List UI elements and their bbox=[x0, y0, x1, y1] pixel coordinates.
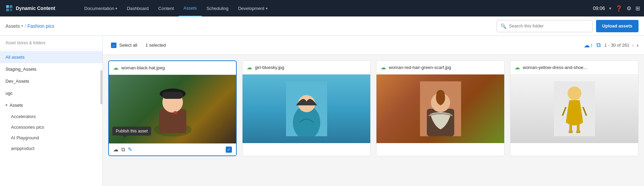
breadcrumb: Assets ▾ / Fashion pics bbox=[5, 23, 54, 29]
copy-icon[interactable]: ⧉ bbox=[596, 42, 601, 49]
content-area: – Select all 1 selected ☁↑ ⧉ 1 - 30 of 2… bbox=[103, 36, 644, 186]
asset-card-footer-3 bbox=[510, 143, 638, 149]
asset-card-0[interactable]: ☁ woman-black-hat.jpeg bbox=[108, 60, 237, 156]
asset-card-footer-2 bbox=[376, 143, 504, 149]
breadcrumb-current[interactable]: Fashion pics bbox=[27, 23, 54, 29]
copy-footer-icon-0[interactable]: ⧉ bbox=[121, 147, 125, 153]
card-checkbox-0[interactable]: ✓ bbox=[226, 147, 232, 153]
sidebar-item-ai-playground[interactable]: AI Playground bbox=[0, 132, 102, 143]
select-all-checkbox: – bbox=[111, 43, 116, 48]
app-title: Dynamic Content bbox=[16, 5, 55, 11]
asset-image-2 bbox=[376, 74, 504, 143]
asset-image-0 bbox=[109, 75, 236, 143]
publish-footer-icon-0[interactable]: ☁ bbox=[113, 146, 119, 153]
dev-label: Dev_Assets bbox=[5, 79, 29, 84]
image-preview-1 bbox=[243, 74, 370, 143]
selected-count: 1 selected bbox=[146, 43, 166, 48]
sidebar-item-all-assets[interactable]: All assets bbox=[0, 51, 102, 63]
asset-card-1[interactable]: ☁ girl-bluesky.jpg bbox=[242, 60, 371, 156]
development-arrow: ▾ bbox=[266, 7, 268, 10]
asset-grid: ☁ woman-black-hat.jpeg bbox=[103, 55, 644, 186]
sidebar-assets-section[interactable]: ▾ Assets bbox=[0, 99, 102, 111]
grid-icon[interactable]: ⊞ bbox=[635, 5, 640, 12]
search-box[interactable]: 🔍 bbox=[497, 20, 593, 32]
cloud-icon-2: ☁ bbox=[381, 64, 386, 71]
sidebar-item-ugc[interactable]: ugc bbox=[0, 87, 102, 99]
sidebar-item-ampproduct[interactable]: ampproduct bbox=[0, 143, 102, 154]
svg-point-9 bbox=[173, 111, 177, 114]
asset-name-0: woman-black-hat.jpeg bbox=[121, 65, 165, 70]
woman-hat-svg bbox=[152, 82, 193, 137]
pagination-prev[interactable]: ‹ bbox=[632, 42, 634, 48]
cloud-icon-1: ☁ bbox=[247, 64, 252, 71]
girl-sky-svg bbox=[286, 81, 327, 136]
upload-assets-button[interactable]: Upload assets bbox=[596, 20, 639, 32]
settings-icon[interactable]: ⚙ bbox=[627, 5, 631, 12]
svg-rect-21 bbox=[576, 130, 580, 133]
documentation-arrow: ▾ bbox=[115, 7, 117, 10]
svg-rect-5 bbox=[159, 109, 186, 133]
nav-development[interactable]: Development ▾ bbox=[233, 0, 272, 16]
asset-name-1: girl-bluesky.jpg bbox=[255, 65, 284, 70]
logo-icon bbox=[5, 4, 13, 12]
nav-items: Documentation ▾ Dashboard Content Assets… bbox=[79, 0, 593, 16]
staging-label: Staging_Assets bbox=[5, 67, 36, 72]
asset-card-header-1: ☁ girl-bluesky.jpg bbox=[243, 61, 370, 74]
image-preview-0 bbox=[109, 75, 236, 143]
nav-scheduling[interactable]: Scheduling bbox=[202, 0, 233, 16]
sidebar-title: Asset stores & folders bbox=[0, 36, 102, 48]
woman-scarf-svg bbox=[420, 81, 461, 136]
nav-documentation[interactable]: Documentation ▾ bbox=[79, 0, 122, 16]
pagination-text: 1 - 30 of 261 bbox=[604, 43, 629, 48]
asset-card-header-3: ☁ woman-yellow-dress-and-shoe... bbox=[510, 61, 638, 74]
help-icon[interactable]: ❓ bbox=[616, 5, 622, 12]
app-logo[interactable]: Dynamic Content bbox=[4, 4, 79, 12]
asset-card-3[interactable]: ☁ woman-yellow-dress-and-shoe... bbox=[510, 60, 639, 156]
sidebar-item-staging[interactable]: Staging_Assets bbox=[0, 63, 102, 75]
asset-name-2: woman-red-hair-green-scarf.jpg bbox=[389, 65, 451, 70]
svg-rect-2 bbox=[6, 9, 9, 11]
breadcrumb-root[interactable]: Assets bbox=[5, 23, 20, 29]
image-preview-2 bbox=[376, 74, 504, 143]
asset-card-footer-0: ☁ ⧉ ✎ ✓ bbox=[109, 143, 236, 155]
sidebar-item-dev[interactable]: Dev_Assets bbox=[0, 75, 102, 87]
pagination-next[interactable]: › bbox=[637, 42, 639, 48]
sidebar-item-accessories[interactable]: Accessories pics bbox=[0, 122, 102, 132]
breadcrumb-separator: / bbox=[25, 23, 26, 29]
asset-card-2[interactable]: ☁ woman-red-hair-green-scarf.jpg bbox=[376, 60, 505, 156]
svg-point-17 bbox=[568, 86, 581, 100]
nav-dashboard[interactable]: Dashboard bbox=[122, 0, 153, 16]
asset-image-1 bbox=[243, 74, 370, 143]
pagination: 1 - 30 of 261 ‹ › bbox=[604, 42, 639, 48]
asset-card-header-2: ☁ woman-red-hair-green-scarf.jpg bbox=[376, 61, 504, 74]
main-layout: Asset stores & folders All assets Stagin… bbox=[0, 36, 644, 186]
time-arrow[interactable]: ▾ bbox=[609, 6, 611, 11]
asset-name-3: woman-yellow-dress-and-shoe... bbox=[523, 65, 587, 70]
nav-assets[interactable]: Assets bbox=[179, 0, 202, 16]
sub-header: Assets ▾ / Fashion pics 🔍 Upload assets bbox=[0, 16, 644, 36]
svg-rect-1 bbox=[10, 5, 12, 8]
sidebar: Asset stores & folders All assets Stagin… bbox=[0, 36, 103, 186]
select-all-button[interactable]: – Select all bbox=[108, 40, 140, 50]
asset-card-header-0: ☁ woman-black-hat.jpeg bbox=[109, 61, 236, 75]
cloud-icon-0: ☁ bbox=[113, 65, 119, 71]
asset-card-footer-1 bbox=[243, 143, 370, 149]
publish-icon[interactable]: ☁↑ bbox=[584, 42, 593, 49]
svg-rect-3 bbox=[10, 9, 12, 11]
sub-header-right: 🔍 Upload assets bbox=[497, 20, 639, 32]
breadcrumb-dropdown[interactable]: ▾ bbox=[21, 24, 23, 28]
assets-section-label: Assets bbox=[10, 103, 23, 108]
svg-rect-0 bbox=[6, 5, 9, 8]
edit-footer-icon-0[interactable]: ✎ bbox=[128, 146, 132, 153]
select-all-label: Select all bbox=[119, 43, 137, 48]
divider-1 bbox=[0, 49, 102, 50]
search-icon: 🔍 bbox=[500, 23, 506, 29]
search-input[interactable] bbox=[509, 23, 589, 28]
image-preview-3 bbox=[510, 74, 638, 143]
asset-image-3 bbox=[510, 74, 638, 143]
nav-content[interactable]: Content bbox=[153, 0, 179, 16]
ugc-label: ugc bbox=[5, 91, 13, 96]
sidebar-item-accelerators[interactable]: Accelerators bbox=[0, 111, 102, 122]
sidebar-scrollbar[interactable] bbox=[100, 70, 102, 104]
svg-rect-8 bbox=[162, 92, 183, 99]
